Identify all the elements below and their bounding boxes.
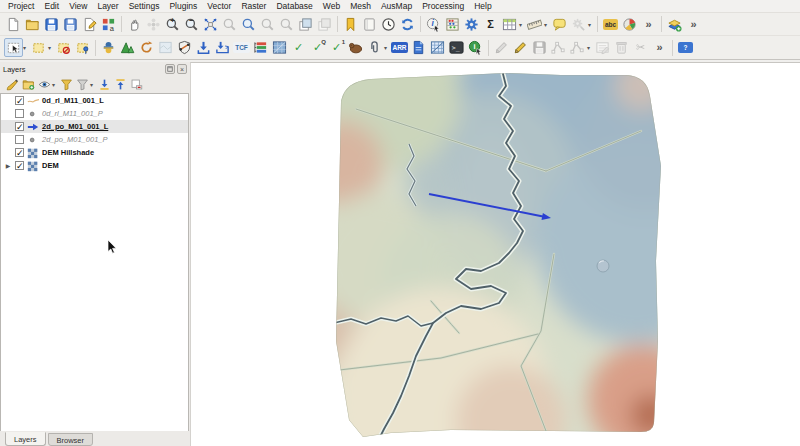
tuflow-wombat-button[interactable]: [346, 38, 365, 57]
select-by-location-button[interactable]: [73, 38, 92, 57]
tuflow-check-1-button[interactable]: ✓1: [327, 38, 346, 57]
save-layer-edits-button[interactable]: [530, 38, 549, 57]
layer-item-0d-rl-m11-001-p[interactable]: 0d_rl_M11_001_P: [1, 107, 188, 120]
zoom-to-selection-button[interactable]: [220, 15, 239, 34]
options-gear-button[interactable]: [462, 15, 481, 34]
close-panel-button[interactable]: ×: [177, 64, 187, 74]
layer-visibility-checkbox[interactable]: [15, 135, 24, 144]
identify-features-button[interactable]: i: [424, 15, 443, 34]
menu-database[interactable]: Database: [271, 1, 317, 11]
image-export-button[interactable]: [270, 38, 289, 57]
layer-order-button[interactable]: [251, 38, 270, 57]
menu-layer[interactable]: Layer: [92, 1, 123, 11]
open-project-button[interactable]: [23, 15, 42, 34]
menu-view[interactable]: View: [64, 1, 92, 11]
pan-map-button[interactable]: [125, 15, 144, 34]
new-print-layout-button[interactable]: [80, 15, 99, 34]
zoom-in-button[interactable]: +: [163, 15, 182, 34]
delete-selected-button[interactable]: [612, 38, 631, 57]
menu-plugins[interactable]: Plugins: [164, 1, 202, 11]
layer-item-2d-po-m01-001-l[interactable]: ✓2d_po_M01_001_L: [1, 120, 188, 133]
layer-item-dem[interactable]: ▶✓DEM: [1, 159, 188, 172]
tuflow-check-q-button[interactable]: ✓Q: [308, 38, 327, 57]
zoom-next-button[interactable]: [277, 15, 296, 34]
layer-visibility-checkbox[interactable]: ✓: [15, 148, 24, 157]
collapse-all-button[interactable]: [112, 77, 128, 93]
temporal-controller-button[interactable]: [379, 15, 398, 34]
console-window-button[interactable]: >_: [447, 38, 466, 57]
toolbar-overflow-2-button[interactable]: »: [684, 15, 703, 34]
menu-raster[interactable]: Raster: [236, 1, 271, 11]
python-console-button[interactable]: [99, 38, 118, 57]
attachments-button[interactable]: [365, 38, 384, 57]
layer-labeling-button[interactable]: abc: [601, 15, 620, 34]
menu-vector[interactable]: Vector: [202, 1, 236, 11]
new-map-view-button[interactable]: [296, 15, 315, 34]
layer-visibility-checkbox[interactable]: ✓: [15, 161, 24, 170]
remove-layer-button[interactable]: [128, 77, 144, 93]
toolbar-overflow-1-button[interactable]: »: [639, 15, 658, 34]
filter-by-expression-button[interactable]: [74, 77, 90, 93]
dem-terrain-tools-button[interactable]: [118, 38, 137, 57]
layer-item-2d-po-m01-001-p[interactable]: 2d_po_M01_001_P: [1, 133, 188, 146]
filter-legend-button[interactable]: [58, 77, 74, 93]
vertex-tool-all-layers-button[interactable]: [549, 38, 568, 57]
layer-visibility-checkbox[interactable]: ✓: [15, 122, 24, 131]
menu-web[interactable]: Web: [318, 1, 345, 11]
statistical-summary-button[interactable]: Σ: [481, 15, 500, 34]
pan-to-selection-button[interactable]: [144, 15, 163, 34]
menu-help[interactable]: Help: [469, 1, 496, 11]
new-bookmark-button[interactable]: [341, 15, 360, 34]
menu-ausmap[interactable]: AusMap: [376, 1, 417, 11]
map-decorations-button[interactable]: [156, 38, 175, 57]
menu-settings[interactable]: Settings: [124, 1, 165, 11]
show-bookmarks-button[interactable]: [360, 15, 379, 34]
tuflow-editing-button[interactable]: [511, 38, 530, 57]
tuflow-check-button[interactable]: ✓: [289, 38, 308, 57]
deselect-features-button[interactable]: [54, 38, 73, 57]
dock-tab-layers[interactable]: Layers: [5, 432, 46, 446]
open-attribute-table-button[interactable]: [500, 15, 519, 34]
select-features-by-area-button[interactable]: [4, 38, 23, 57]
select-features-button[interactable]: [29, 38, 48, 57]
import-layer-button[interactable]: [194, 38, 213, 57]
reimport-layer-button[interactable]: [213, 38, 232, 57]
zoom-last-button[interactable]: [258, 15, 277, 34]
zoom-full-button[interactable]: [201, 15, 220, 34]
toolbar-overflow-3-button[interactable]: »: [650, 38, 669, 57]
field-calculator-button[interactable]: [443, 15, 462, 34]
check-geometries-button[interactable]: [175, 38, 194, 57]
refresh-map-button[interactable]: [398, 15, 417, 34]
modify-attributes-button[interactable]: [593, 38, 612, 57]
layer-visibility-checkbox[interactable]: ✓: [15, 96, 24, 105]
layer-tree[interactable]: ✓0d_rl_M11_001_L0d_rl_M11_001_P✓2d_po_M0…: [0, 93, 189, 446]
map-tips-button[interactable]: [550, 15, 569, 34]
expand-all-button[interactable]: [96, 77, 112, 93]
map-canvas[interactable]: [190, 62, 800, 446]
measure-line-button[interactable]: [525, 15, 544, 34]
vertex-tool-active-layer-button[interactable]: [568, 38, 587, 57]
expand-caret-icon[interactable]: ▶: [4, 162, 12, 169]
menu-processing[interactable]: Processing: [417, 1, 469, 11]
zoom-to-layer-button[interactable]: [239, 15, 258, 34]
menu-mesh[interactable]: Mesh: [345, 1, 376, 11]
toggle-editing-button[interactable]: [492, 38, 511, 57]
add-layers-button[interactable]: [665, 15, 684, 34]
search-locator-button[interactable]: [569, 15, 588, 34]
new-project-button[interactable]: [4, 15, 23, 34]
tcf-tools-button[interactable]: TCF: [232, 38, 251, 57]
float-panel-button[interactable]: [165, 64, 175, 74]
grid-tools-button[interactable]: [428, 38, 447, 57]
report-document-button[interactable]: [409, 38, 428, 57]
arr-tools-button[interactable]: ARR: [390, 38, 409, 57]
manage-map-themes-button[interactable]: [36, 77, 52, 93]
add-group-button[interactable]: [20, 77, 36, 93]
menu-project[interactable]: Project: [3, 1, 39, 11]
save-project-button[interactable]: [42, 15, 61, 34]
cut-features-button[interactable]: ✂: [631, 38, 650, 57]
run-info-button[interactable]: i: [466, 38, 485, 57]
layer-diagrams-button[interactable]: [620, 15, 639, 34]
style-manager-button[interactable]: a: [99, 15, 118, 34]
zoom-out-button[interactable]: −: [182, 15, 201, 34]
layer-item-0d-rl-m11-001-l[interactable]: ✓0d_rl_M11_001_L: [1, 94, 188, 107]
